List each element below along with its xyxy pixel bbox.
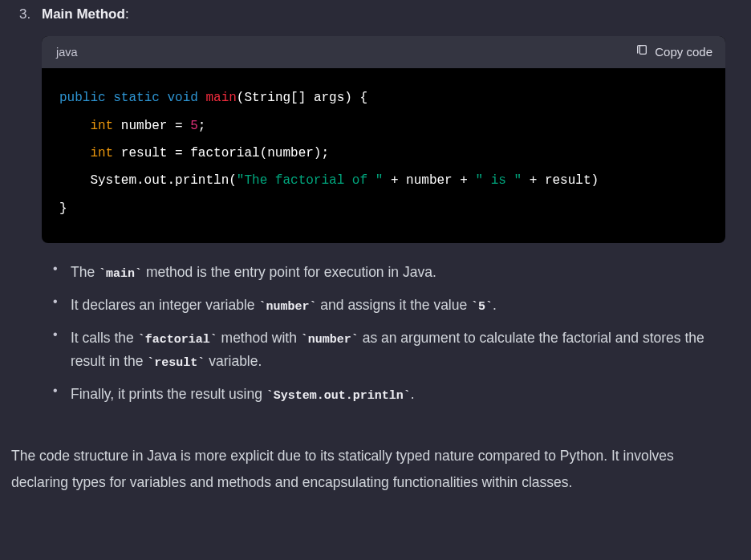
inline-code: `result` xyxy=(147,356,205,370)
clipboard-icon xyxy=(635,43,648,62)
list-item: It calls the `factorial` method with `nu… xyxy=(53,327,725,373)
code-block-lang-label: java xyxy=(56,43,78,62)
copy-code-label: Copy code xyxy=(655,43,712,62)
inline-code: `System.out.println` xyxy=(266,389,411,403)
inline-code: `number` xyxy=(301,333,359,347)
list-item-number: 3. xyxy=(19,3,35,432)
copy-code-button[interactable]: Copy code xyxy=(635,43,712,62)
explanation-list: The `main` method is the entry point for… xyxy=(42,261,725,406)
list-item-body: Main Method: java Copy code public stati xyxy=(42,3,725,432)
content-root: 3. Main Method: java Copy code xyxy=(0,0,751,495)
summary-paragraph: The code structure in Java is more expli… xyxy=(11,443,725,495)
code-block: java Copy code public static void main(S… xyxy=(42,36,725,243)
list-item: Finally, it prints the result using `Sys… xyxy=(53,383,725,406)
list-item: It declares an integer variable `number`… xyxy=(53,294,725,317)
list-item-3: 3. Main Method: java Copy code xyxy=(19,3,725,432)
list-item: The `main` method is the entry point for… xyxy=(53,261,725,284)
inline-code: `factorial` xyxy=(138,333,217,347)
svg-rect-0 xyxy=(640,46,647,55)
list-item-colon: : xyxy=(125,6,129,22)
code-block-code[interactable]: public static void main(String[] args) {… xyxy=(42,68,725,243)
inline-code: `number` xyxy=(258,300,316,314)
inline-code: `main` xyxy=(99,267,142,281)
inline-code: `5` xyxy=(471,300,493,314)
list-item-heading: Main Method xyxy=(42,6,125,22)
code-block-header: java Copy code xyxy=(42,36,725,68)
